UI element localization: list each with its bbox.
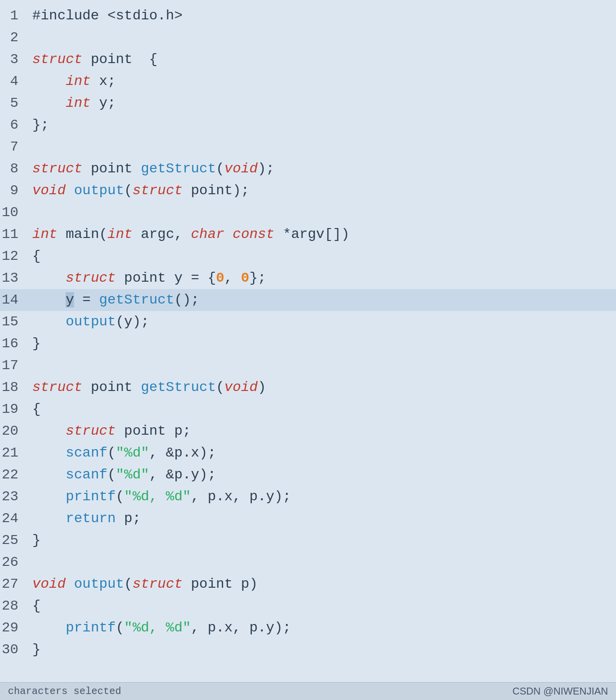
line-number: 9 xyxy=(0,180,27,202)
line-content: scanf("%d", &p.y); xyxy=(27,464,616,486)
code-line: 11int main(int argc, char const *argv[]) xyxy=(0,224,616,245)
line-content: void output(struct point); xyxy=(27,180,616,202)
code-token: }; xyxy=(32,117,49,133)
line-content: struct point getStruct(void) xyxy=(27,377,616,398)
code-line: 4 int x; xyxy=(0,71,616,92)
code-area[interactable]: 1#include <stdio.h>23struct point {4 int… xyxy=(0,0,616,682)
code-token: ( xyxy=(107,445,116,461)
line-content: printf("%d, %d", p.x, p.y); xyxy=(27,617,616,639)
line-number: 15 xyxy=(0,311,27,333)
code-token xyxy=(32,445,66,461)
line-number: 12 xyxy=(0,245,27,267)
code-token xyxy=(32,423,66,439)
code-token: int xyxy=(66,74,90,89)
line-number: 17 xyxy=(0,355,27,377)
line-content: } xyxy=(27,333,616,355)
line-number: 28 xyxy=(0,595,27,617)
line-number: 21 xyxy=(0,442,27,464)
status-left-text: characters selected xyxy=(8,686,121,697)
code-line: 19{ xyxy=(0,398,616,420)
code-line: 13 struct point y = {0, 0}; xyxy=(0,267,616,289)
line-content: int main(int argc, char const *argv[]) xyxy=(27,224,616,245)
code-line: 30} xyxy=(0,639,616,661)
code-token: struct xyxy=(32,380,82,395)
code-token: , &p.y); xyxy=(149,467,216,482)
code-token: , p.x, p.y); xyxy=(191,489,291,504)
code-token: printf xyxy=(66,620,116,635)
code-token: y xyxy=(66,292,74,308)
line-number: 16 xyxy=(0,333,27,355)
line-number: 27 xyxy=(0,573,27,595)
line-content: { xyxy=(27,245,616,267)
line-content: struct point getStruct(void); xyxy=(27,158,616,180)
code-line: 21 scanf("%d", &p.x); xyxy=(0,442,616,464)
line-content: scanf("%d", &p.x); xyxy=(27,442,616,464)
code-token: void xyxy=(225,161,258,176)
code-token: getStruct xyxy=(141,161,216,176)
code-token: ( xyxy=(216,380,225,395)
code-token: = xyxy=(74,292,99,308)
code-token: ( xyxy=(124,183,133,198)
code-token xyxy=(32,74,66,89)
code-line: 25} xyxy=(0,530,616,551)
code-token: "%d" xyxy=(116,445,149,461)
code-token: struct xyxy=(133,576,183,592)
code-token: ( xyxy=(216,161,225,176)
line-number: 13 xyxy=(0,267,27,289)
line-number: 3 xyxy=(0,49,27,71)
line-number: 8 xyxy=(0,158,27,180)
code-line: 6}; xyxy=(0,114,616,136)
code-token: *argv[]) xyxy=(274,227,349,242)
code-token: , p.x, p.y); xyxy=(191,620,291,635)
code-token: struct xyxy=(133,183,183,198)
line-number: 20 xyxy=(0,420,27,442)
line-number: 30 xyxy=(0,639,27,661)
code-line: 27void output(struct point p) xyxy=(0,573,616,595)
line-number: 2 xyxy=(0,27,27,49)
code-token: (); xyxy=(174,292,199,308)
line-content: #include <stdio.h> xyxy=(27,5,616,27)
code-token xyxy=(32,292,66,308)
code-token: } xyxy=(32,642,41,657)
code-line: 2 xyxy=(0,27,616,49)
code-token: int xyxy=(32,227,57,242)
code-token xyxy=(66,183,74,198)
code-token: ( xyxy=(116,620,124,635)
code-token: struct xyxy=(32,161,82,176)
code-token xyxy=(32,511,66,526)
code-line: 24 return p; xyxy=(0,508,616,530)
line-content: void output(struct point p) xyxy=(27,573,616,595)
code-token: struct xyxy=(32,52,82,67)
code-token: char xyxy=(191,227,224,242)
line-content: { xyxy=(27,398,616,420)
code-token: , xyxy=(225,270,241,286)
code-token xyxy=(32,467,66,482)
line-number: 22 xyxy=(0,464,27,486)
code-token: "%d, %d" xyxy=(124,489,191,504)
code-line: 9void output(struct point); xyxy=(0,180,616,202)
line-number: 11 xyxy=(0,224,27,245)
code-token: struct xyxy=(66,270,116,286)
line-content: struct point { xyxy=(27,49,616,71)
code-token xyxy=(32,314,66,329)
line-number: 5 xyxy=(0,92,27,114)
line-number: 18 xyxy=(0,377,27,398)
code-line: 15 output(y); xyxy=(0,311,616,333)
line-content: struct point p; xyxy=(27,420,616,442)
code-token: { xyxy=(32,401,41,417)
code-line: 5 int y; xyxy=(0,92,616,114)
code-token: main( xyxy=(57,227,107,242)
code-token: void xyxy=(32,576,66,592)
code-token: }; xyxy=(249,270,266,286)
line-content: return p; xyxy=(27,508,616,530)
code-token: point p; xyxy=(116,423,191,439)
code-line: 23 printf("%d, %d", p.x, p.y); xyxy=(0,486,616,508)
code-token xyxy=(66,576,74,592)
code-token: const xyxy=(232,227,274,242)
code-token: ( xyxy=(107,467,116,482)
code-token xyxy=(32,620,66,635)
code-token: p; xyxy=(116,511,141,526)
code-token: point); xyxy=(183,183,249,198)
code-token: { xyxy=(32,598,41,614)
code-token: return xyxy=(66,511,116,526)
